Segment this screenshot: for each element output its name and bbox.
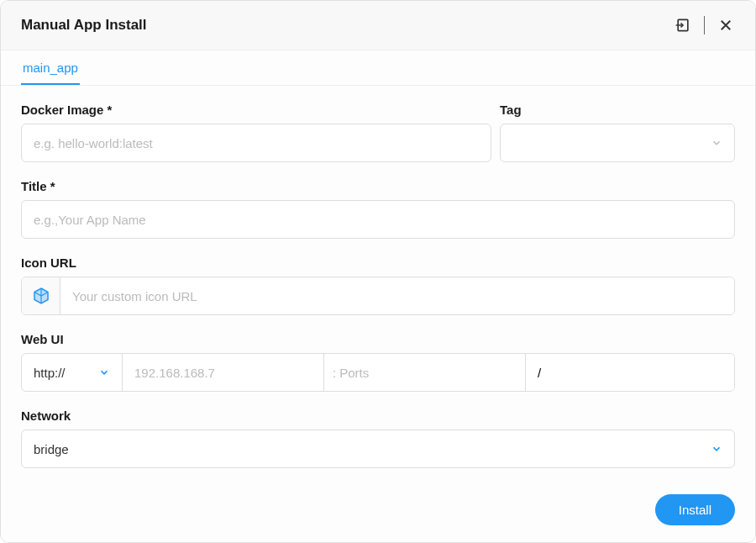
network-select[interactable]: bridge <box>21 430 735 468</box>
tab-main-app[interactable]: main_app <box>21 50 80 85</box>
modal-title: Manual App Install <box>21 17 147 34</box>
protocol-value: http:// <box>34 366 66 380</box>
docker-image-input[interactable] <box>21 124 491 162</box>
tag-label: Tag <box>500 103 735 117</box>
form-content: Docker Image * Tag Title * <box>1 86 755 482</box>
header-divider <box>704 16 705 34</box>
title-input[interactable] <box>21 200 735 239</box>
tag-select[interactable] <box>500 124 735 162</box>
icon-url-input[interactable] <box>60 277 734 314</box>
ports-input[interactable] <box>336 354 522 391</box>
tabs-bar: main_app <box>1 50 755 86</box>
title-label: Title * <box>21 179 735 193</box>
docker-image-label: Docker Image * <box>21 103 491 117</box>
protocol-select[interactable]: http:// <box>22 354 123 391</box>
modal-header: Manual App Install <box>1 1 755 50</box>
import-icon[interactable] <box>674 16 692 34</box>
web-ui-label: Web UI <box>21 332 735 346</box>
network-value: bridge <box>34 442 69 456</box>
network-label: Network <box>21 409 735 423</box>
modal-footer: Install <box>1 482 755 542</box>
chevron-down-icon <box>711 443 722 455</box>
cube-icon <box>22 277 60 314</box>
path-input[interactable] <box>526 354 734 391</box>
chevron-down-icon <box>711 137 722 149</box>
icon-url-label: Icon URL <box>21 256 735 270</box>
host-input[interactable] <box>123 354 324 391</box>
close-icon[interactable] <box>717 16 735 34</box>
install-button[interactable]: Install <box>655 494 735 525</box>
chevron-down-icon <box>98 366 110 378</box>
header-actions <box>674 16 735 34</box>
install-modal: Manual App Install main_app Docker I <box>0 0 756 543</box>
